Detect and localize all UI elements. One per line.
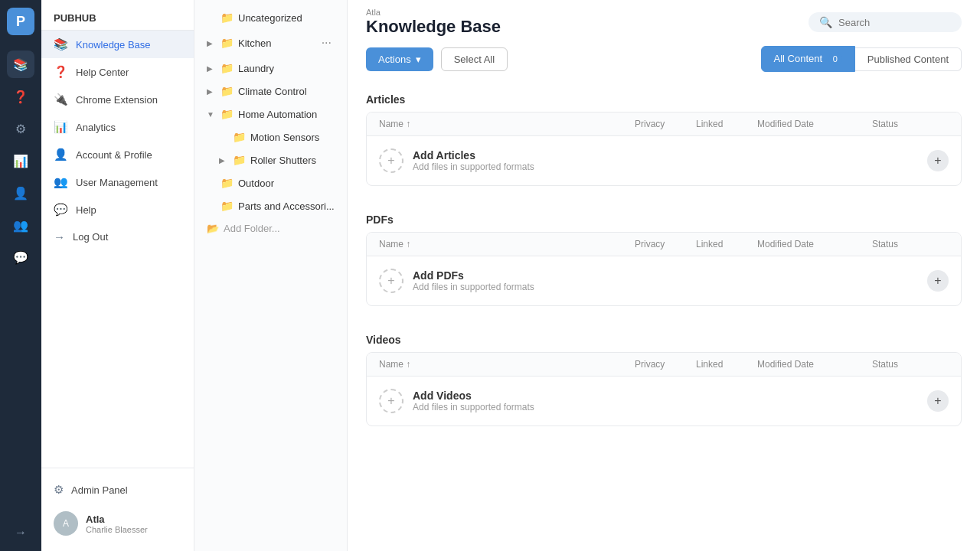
add-articles-plus-button[interactable]: + [927,150,949,171]
videos-col-status: Status [872,359,949,370]
laundry-folder-icon: 📁 [220,62,234,74]
folder-name-uncategorized: Uncategorized [238,12,335,24]
add-articles-text: Add Articles Add files in supported form… [413,149,534,172]
sidebar-item-user-management[interactable]: 👥 User Management [41,168,194,196]
pdfs-table: Name ↑ Privacy Linked Modified Date Stat… [366,232,962,306]
sidebar-item-admin-panel[interactable]: ⚙ Admin Panel [41,476,194,504]
all-content-toggle[interactable]: All Content 0 [761,46,855,72]
folder-item-uncategorized[interactable]: 📁 Uncategorized [198,6,344,29]
articles-section-title: Articles [366,81,962,112]
toolbar: Actions ▾ Select All All Content 0 Publi… [348,37,980,81]
sidebar-item-chrome-extension[interactable]: 🔌 Chrome Extension [41,86,194,113]
articles-col-privacy: Privacy [635,119,696,129]
add-folder-button[interactable]: 📂 Add Folder... [198,217,344,240]
sidebar-label-help-center: Help Center [76,67,181,78]
folder-name-outdoor: Outdoor [238,178,335,189]
sidebar-item-account-profile[interactable]: 👤 Account & Profile [41,141,194,168]
articles-col-linked: Linked [696,119,757,129]
sidebar-label-chrome-extension: Chrome Extension [76,94,181,106]
rail-chrome-extension[interactable]: ⚙ [7,115,34,142]
folder-item-home-automation[interactable]: ▼ 📁 Home Automation [198,103,344,126]
chevron-laundry-icon: ▶ [207,64,216,73]
sidebar-label-help: Help [76,204,181,216]
folder-name-motion-sensors: Motion Sensors [250,132,335,143]
pdfs-col-modified: Modified Date [757,239,872,249]
add-articles-icon: + [379,148,403,173]
all-content-badge: 0 [828,52,842,66]
analytics-icon: 📊 [54,120,68,134]
videos-table: Name ↑ Privacy Linked Modified Date Stat… [366,352,962,426]
add-videos-row[interactable]: + Add Videos Add files in supported form… [367,377,961,425]
chevron-kitchen-icon: ▶ [207,39,216,47]
folder-panel: 📁 Uncategorized ▶ 📁 Kitchen ··· ▶ 📁 Laun… [194,0,348,551]
user-block[interactable]: A Atla Charlie Blaesser [41,504,194,543]
sidebar-item-help-center[interactable]: ❓ Help Center [41,58,194,86]
kitchen-more-button[interactable]: ··· [318,34,335,51]
videos-col-linked: Linked [696,359,757,370]
all-content-label: All Content [774,53,823,64]
published-content-toggle[interactable]: Published Content [855,47,962,71]
add-pdfs-plus-button[interactable]: + [927,270,949,292]
main-content: Atla Knowledge Base 🔍 Actions ▾ Select A… [348,0,980,551]
account-icon: 👤 [54,148,68,161]
user-email: Charlie Blaesser [86,525,148,534]
folder-item-motion-sensors[interactable]: 📁 Motion Sensors [198,126,344,148]
videos-col-privacy: Privacy [635,359,696,370]
folder-name-home-automation: Home Automation [238,109,335,120]
folder-item-outdoor[interactable]: 📁 Outdoor [198,171,344,194]
folder-item-kitchen[interactable]: ▶ 📁 Kitchen ··· [198,29,344,57]
folder-item-climate-control[interactable]: ▶ 📁 Climate Control [198,80,344,103]
knowledge-base-icon: 📚 [54,37,68,51]
select-all-button[interactable]: Select All [441,47,508,71]
pdfs-col-name: Name ↑ [379,239,635,249]
admin-panel-icon: ⚙ [54,483,64,497]
rail-logout[interactable]: → [7,519,34,546]
pdfs-col-linked: Linked [696,239,757,249]
folder-item-parts[interactable]: 📁 Parts and Accessori... [198,194,344,217]
pdfs-col-privacy: Privacy [635,239,696,249]
videos-section-title: Videos [366,321,962,352]
rail-account[interactable]: 👤 [7,179,34,207]
videos-col-modified: Modified Date [757,359,872,370]
pdfs-col-status: Status [872,239,949,249]
articles-col-modified: Modified Date [757,119,872,129]
sidebar: PUBHUB 📚 Knowledge Base ❓ Help Center 🔌 … [41,0,194,551]
sidebar-item-help[interactable]: 💬 Help [41,196,194,223]
add-pdfs-text: Add PDFs Add files in supported formats [413,269,534,292]
search-input[interactable] [838,17,953,28]
rail-help[interactable]: 💬 [7,243,34,271]
sidebar-item-analytics[interactable]: 📊 Analytics [41,113,194,141]
help-icon: 💬 [54,203,68,217]
search-bar[interactable]: 🔍 [808,12,962,32]
sidebar-item-knowledge-base[interactable]: 📚 Knowledge Base [41,31,194,58]
rail-help-center[interactable]: ❓ [7,83,34,110]
user-name: Atla [86,514,148,525]
uncategorized-folder-icon: 📁 [220,11,234,24]
add-pdfs-row[interactable]: + Add PDFs Add files in supported format… [367,256,961,305]
pdfs-table-header: Name ↑ Privacy Linked Modified Date Stat… [367,233,961,256]
sidebar-item-logout[interactable]: → Log Out [41,223,194,250]
kitchen-folder-icon: 📁 [220,37,234,49]
app-logo[interactable]: P [7,8,34,35]
add-articles-row[interactable]: + Add Articles Add files in supported fo… [367,136,961,185]
folder-name-parts: Parts and Accessori... [238,201,335,212]
rail-knowledge-base[interactable]: 📚 [7,51,34,78]
add-pdfs-title: Add PDFs [413,269,534,282]
user-info: Atla Charlie Blaesser [86,514,148,534]
folder-item-roller-shutters[interactable]: ▶ 📁 Roller Shutters [198,148,344,171]
rail-user-management[interactable]: 👥 [7,211,34,239]
climate-folder-icon: 📁 [220,85,234,97]
videos-table-header: Name ↑ Privacy Linked Modified Date Stat… [367,353,961,377]
rail-analytics[interactable]: 📊 [7,147,34,174]
logout-icon: → [54,230,65,243]
folder-item-laundry[interactable]: ▶ 📁 Laundry [198,57,344,80]
sidebar-label-logout: Log Out [73,231,181,243]
published-content-label: Published Content [867,54,949,65]
chevron-home-automation-icon: ▼ [207,110,216,119]
add-videos-plus-button[interactable]: + [927,390,949,412]
articles-col-status: Status [872,119,949,129]
sidebar-label-knowledge-base: Knowledge Base [76,39,181,51]
actions-button[interactable]: Actions ▾ [366,47,433,71]
content-toggle: All Content 0 Published Content [761,46,962,72]
outdoor-folder-icon: 📁 [220,177,234,189]
